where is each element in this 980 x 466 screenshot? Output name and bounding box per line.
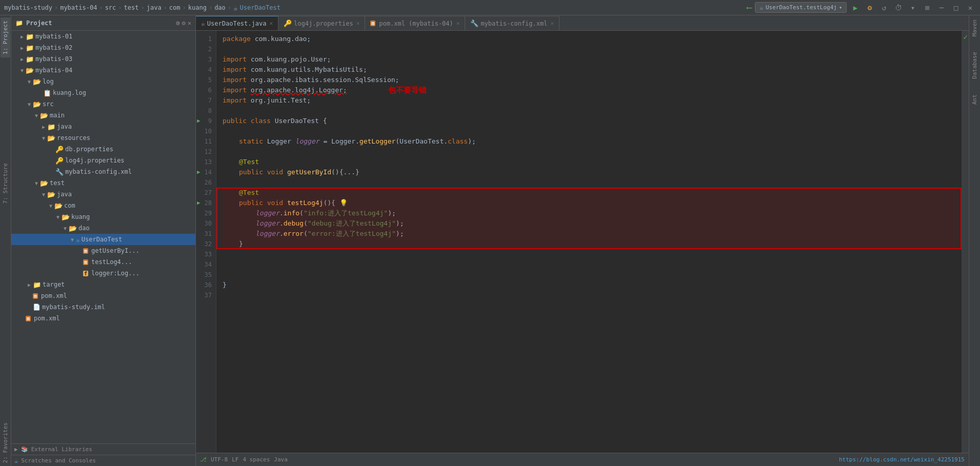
database-panel-tab[interactable]: Database [970,50,979,81]
keyword: public void [239,198,287,208]
sidebar-item-pom04[interactable]: m pom.xml [11,290,195,301]
encoding-label[interactable]: UTF-8 [211,456,228,463]
tab-close-icon[interactable]: ✕ [269,20,273,27]
sidebar-item-mybatis04[interactable]: ▼ 📂 mybatis-04 [11,65,195,76]
tab-pom[interactable]: m pom.xml (mybatis-04) ✕ [365,16,465,30]
sidebar-item-main-java[interactable]: ▶ 📁 java [11,121,195,132]
tab-close-icon[interactable]: ✕ [356,20,360,27]
gutter-run-icon[interactable]: ▶ [197,116,201,126]
line-separator-label[interactable]: LF [232,456,238,463]
left-tabs: 1: Project 7: Structure 2: Favorites [0,15,11,466]
close-button[interactable]: ✕ [965,2,976,13]
run-config-dropdown-icon[interactable]: ▾ [839,5,842,10]
sidebar-item-resources[interactable]: ▼ 📂 resources [11,132,195,144]
sidebar-item-main[interactable]: ▼ 📂 main [11,110,195,121]
tab-project[interactable]: 1: Project [1,17,10,57]
sidebar-item-userdaotest[interactable]: ▼ ☕ UserDaoTest [11,234,195,245]
reload-button[interactable]: ↺ [878,2,890,13]
tab-close-icon[interactable]: ✕ [550,20,554,27]
breadcrumb-item[interactable]: src [105,4,116,11]
run-config-label: UserDaoTest.testLog4j [766,4,837,11]
string-literal: "info:进入了testLog4j" [304,208,388,218]
breadcrumb-item[interactable]: mybatis-04 [60,4,97,11]
sidebar-item-dao[interactable]: ▼ 📂 dao [11,222,195,234]
ant-panel-tab[interactable]: Ant [970,92,979,107]
tree-arrow: ▶ [18,56,26,62]
xml-tab-icon: 🔧 [470,19,478,27]
code-line-30: logger.debug("debug:进入了testLog4j"); [223,218,955,229]
quick-fix-icon[interactable]: 💡 [339,198,348,208]
layout-button[interactable]: ⊞ [922,2,933,13]
tree-arrow: ▼ [62,226,69,231]
tab-log4j[interactable]: 🔑 log4j.properties ✕ [278,16,365,30]
sidebar-item-src[interactable]: ▼ 📂 src [11,98,195,110]
breadcrumb-item[interactable]: test [124,4,139,11]
sidebar-item-label: pom.xml [41,292,67,299]
readonly-label[interactable]: Java [274,456,288,463]
sidebar-item-pom-root[interactable]: m pom.xml [11,313,195,324]
method-name: testLog4j [287,198,323,208]
sidebar-item-log-folder[interactable]: ▼ 📂 log [11,76,195,87]
tab-favorites[interactable]: 2: Favorites [1,419,10,466]
breadcrumb-item[interactable]: mybatis-study [4,4,52,11]
code-line-27: @Test [223,188,955,198]
timer-button[interactable]: ⏱ [893,2,904,13]
run-config-selector[interactable]: ☕ UserDaoTest.testLog4j ▾ [755,2,847,13]
props-file-icon: 🔑 [55,157,64,165]
maven-panel-tab[interactable]: Maven [970,17,979,38]
method-icon: m [83,259,88,265]
minimize-button[interactable]: ─ [936,2,947,13]
line-number: 3 [196,54,216,65]
code-editor[interactable]: package com.kuang.dao; import com.kuang.… [216,31,962,453]
folder-icon: 📁 [26,55,34,63]
line-number: 4 [196,65,216,75]
sidebar-item-getuser[interactable]: m getUserByI... [11,245,195,256]
breadcrumb-item[interactable]: com [169,4,181,11]
sidebar-item-target[interactable]: ▶ 📁 target [11,279,195,290]
line-number: 30 [196,218,216,229]
breadcrumb-item[interactable]: dao [214,4,226,11]
back-button[interactable]: ⟵ [747,3,752,12]
tab-structure[interactable]: 7: Structure [1,160,10,207]
sidebar-item-logger[interactable]: f logger:Log... [11,268,195,279]
sidebar-item-kuang-log[interactable]: 📋 kuang.log [11,87,195,98]
tab-label: UserDaoTest.java [207,20,267,27]
breadcrumb-item[interactable]: kuang [188,4,207,11]
line-numbers: 1 2 3 4 5 6 7 8 ▶ 9 10 11 12 13 ▶ 14 [196,31,216,453]
external-libraries-expand[interactable]: ▶ [14,446,18,453]
dropdown-button[interactable]: ▾ [907,2,918,13]
class-name: UserDaoTest [275,116,323,126]
sidebar-item-mybatis03[interactable]: ▶ 📁 mybatis-03 [11,53,195,65]
sidebar-item-mybatis01[interactable]: ▶ 📁 mybatis-01 [11,31,195,42]
sidebar-item-com[interactable]: ▼ 📂 com [11,200,195,211]
tab-mybatis-config[interactable]: 🔧 mybatis-config.xml ✕ [465,16,559,30]
tab-userdaotest[interactable]: ☕ UserDaoTest.java ✕ [196,16,278,30]
gutter-run-icon[interactable]: ▶ [197,198,201,208]
code-line-7: import org.junit.Test; [223,95,955,106]
sidebar-item-test-java[interactable]: ▼ 📂 java [11,189,195,200]
indent-label[interactable]: 4 spaces [243,456,270,463]
scratches-bar[interactable]: ☕ Scratches and Consoles [11,455,195,466]
sidebar-item-log4j-props[interactable]: 🔑 log4j.properties [11,155,195,166]
sidebar-item-test[interactable]: ▼ 📂 test [11,177,195,189]
gutter-run-icon[interactable]: ▶ [197,167,201,177]
sidebar-item-mybatis-config[interactable]: 🔧 mybatis-config.xml [11,166,195,177]
tree-arrow: ▼ [69,237,76,242]
run-button[interactable]: ▶ [850,2,861,13]
sidebar-item-label: getUserByI... [91,247,139,254]
maximize-button[interactable]: □ [950,2,962,13]
sidebar-item-kuang[interactable]: ▼ 📂 kuang [11,211,195,222]
sidebar-item-testlog4[interactable]: m testLog4... [11,256,195,268]
sidebar-item-db-props[interactable]: 🔑 db.properties [11,144,195,155]
tab-close-icon[interactable]: ✕ [456,20,460,27]
var-name: logger [255,218,279,229]
sidebar-scope-icon[interactable]: ⊙ [176,19,179,27]
build-button[interactable]: ⚙ [864,2,875,13]
sidebar-close-icon[interactable]: ✕ [188,19,191,27]
breadcrumb-item[interactable]: java [147,4,162,11]
folder-open-icon: 📂 [33,78,41,86]
sidebar-item-study-iml[interactable]: 📄 mybatis-study.iml [11,301,195,313]
scrollbar-area[interactable]: ✓ [962,31,969,453]
sidebar-item-mybatis02[interactable]: ▶ 📁 mybatis-02 [11,42,195,53]
sidebar-settings-icon[interactable]: ⚙ [182,19,186,27]
